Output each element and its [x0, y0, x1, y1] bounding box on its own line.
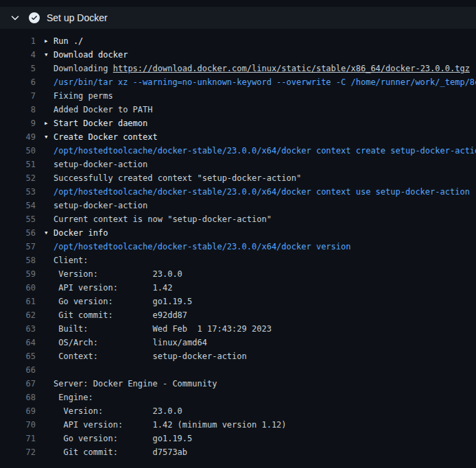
log-text: /usr/bin/tar xz --warning=no-unknown-key… — [53, 75, 476, 89]
log-line: 51setup-docker-action — [0, 158, 476, 171]
log-text: Start Docker daemon — [53, 116, 147, 130]
arrow-slot — [44, 89, 53, 103]
log-text: Client: — [53, 254, 88, 267]
line-number[interactable]: 54 — [0, 199, 36, 212]
arrow-slot — [44, 336, 53, 349]
log-line: 72 Git commit: d7573ab — [0, 445, 476, 459]
line-number[interactable]: 52 — [0, 171, 36, 185]
line-number[interactable]: 7 — [0, 89, 36, 103]
line-number[interactable]: 67 — [0, 377, 36, 391]
chevron-down-icon[interactable] — [10, 12, 21, 23]
log-console[interactable]: 1▸Run ./4▾Download docker5Downloading ht… — [0, 29, 476, 459]
triangle-right-icon[interactable]: ▸ — [44, 116, 53, 130]
line-number[interactable]: 9 — [0, 116, 36, 130]
line-number[interactable]: 65 — [0, 349, 36, 363]
line-number[interactable]: 55 — [0, 212, 36, 226]
arrow-slot — [44, 185, 53, 199]
arrow-slot — [44, 144, 53, 158]
log-line: 5Downloading https://download.docker.com… — [0, 62, 476, 75]
triangle-down-icon[interactable]: ▾ — [44, 226, 53, 240]
arrow-slot — [44, 308, 53, 322]
log-line: 55Current context is now "setup-docker-a… — [0, 212, 476, 226]
log-line: 68 Engine: — [0, 391, 476, 404]
line-number[interactable]: 59 — [0, 267, 36, 281]
log-line: 7Fixing perms — [0, 89, 476, 103]
log-text: Context: setup-docker-action — [53, 349, 247, 363]
line-number[interactable]: 71 — [0, 432, 36, 445]
log-line: 66 — [0, 363, 476, 377]
log-text: setup-docker-action — [53, 158, 147, 171]
log-line: 53/opt/hostedtoolcache/docker-stable/23.… — [0, 185, 476, 199]
log-line: 59 Version: 23.0.0 — [0, 267, 476, 281]
arrow-slot — [44, 391, 53, 404]
log-text: API version: 1.42 (minimum version 1.12) — [53, 418, 287, 432]
log-text: Go version: go1.19.5 — [53, 295, 192, 308]
log-line: 62 Git commit: e92dd87 — [0, 308, 476, 322]
arrow-slot — [44, 158, 53, 171]
arrow-slot — [44, 418, 53, 432]
line-number[interactable]: 60 — [0, 281, 36, 295]
arrow-slot — [44, 349, 53, 363]
log-link[interactable]: https://download.docker.com/linux/static… — [113, 64, 470, 73]
line-number[interactable]: 5 — [0, 62, 36, 75]
log-line: 71 Go version: go1.19.5 — [0, 432, 476, 445]
line-number[interactable]: 70 — [0, 418, 36, 432]
arrow-slot — [44, 199, 53, 212]
line-number[interactable]: 72 — [0, 445, 36, 459]
log-line[interactable]: 1▸Run ./ — [0, 34, 476, 48]
line-number[interactable]: 69 — [0, 404, 36, 418]
step-title: Set up Docker — [47, 12, 108, 23]
line-number[interactable]: 64 — [0, 336, 36, 349]
line-number[interactable]: 8 — [0, 103, 36, 116]
log-line: 8Added Docker to PATH — [0, 103, 476, 116]
line-number[interactable]: 50 — [0, 144, 36, 158]
triangle-right-icon[interactable]: ▸ — [44, 34, 53, 48]
log-line: 6/usr/bin/tar xz --warning=no-unknown-ke… — [0, 75, 476, 89]
log-line: 67Server: Docker Engine - Community — [0, 377, 476, 391]
log-line: 63 Built: Wed Feb 1 17:43:29 2023 — [0, 322, 476, 336]
log-line: 61 Go version: go1.19.5 — [0, 295, 476, 308]
log-line: 60 API version: 1.42 — [0, 281, 476, 295]
log-line: 69 Version: 23.0.0 — [0, 404, 476, 418]
triangle-down-icon[interactable]: ▾ — [44, 48, 53, 62]
check-circle-icon — [29, 12, 40, 23]
line-number[interactable]: 56 — [0, 226, 36, 240]
log-text: /opt/hostedtoolcache/docker-stable/23.0.… — [53, 185, 470, 199]
line-number[interactable]: 53 — [0, 185, 36, 199]
log-line[interactable]: 49▾Create Docker context — [0, 130, 476, 144]
arrow-slot — [44, 240, 53, 254]
log-line: 52Successfully created context "setup-do… — [0, 171, 476, 185]
arrow-slot — [44, 295, 53, 308]
log-text: Create Docker context — [53, 130, 158, 144]
log-text: Added Docker to PATH — [53, 103, 153, 116]
log-line: 70 API version: 1.42 (minimum version 1.… — [0, 418, 476, 432]
log-text: /opt/hostedtoolcache/docker-stable/23.0.… — [53, 144, 476, 158]
line-number[interactable]: 68 — [0, 391, 36, 404]
line-number[interactable]: 66 — [0, 363, 36, 377]
log-text: OS/Arch: linux/amd64 — [53, 336, 207, 349]
log-line[interactable]: 56▾Docker info — [0, 226, 476, 240]
line-number[interactable]: 62 — [0, 308, 36, 322]
line-number[interactable]: 58 — [0, 254, 36, 267]
log-text: Docker info — [53, 226, 108, 240]
line-number[interactable]: 1 — [0, 34, 36, 48]
line-number[interactable]: 63 — [0, 322, 36, 336]
line-number[interactable]: 6 — [0, 75, 36, 89]
log-line: 50/opt/hostedtoolcache/docker-stable/23.… — [0, 144, 476, 158]
log-line: 57/opt/hostedtoolcache/docker-stable/23.… — [0, 240, 476, 254]
log-text: Git commit: d7573ab — [53, 445, 187, 459]
log-text: Run ./ — [53, 34, 83, 48]
line-number[interactable]: 61 — [0, 295, 36, 308]
log-line: 54setup-docker-action — [0, 199, 476, 212]
log-line[interactable]: 4▾Download docker — [0, 48, 476, 62]
arrow-slot — [44, 377, 53, 391]
step-header[interactable]: Set up Docker — [0, 7, 476, 29]
arrow-slot — [44, 103, 53, 116]
log-text: Go version: go1.19.5 — [53, 432, 192, 445]
log-line[interactable]: 9▸Start Docker daemon — [0, 116, 476, 130]
line-number[interactable]: 4 — [0, 48, 36, 62]
line-number[interactable]: 57 — [0, 240, 36, 254]
line-number[interactable]: 49 — [0, 130, 36, 144]
triangle-down-icon[interactable]: ▾ — [44, 130, 53, 144]
line-number[interactable]: 51 — [0, 158, 36, 171]
